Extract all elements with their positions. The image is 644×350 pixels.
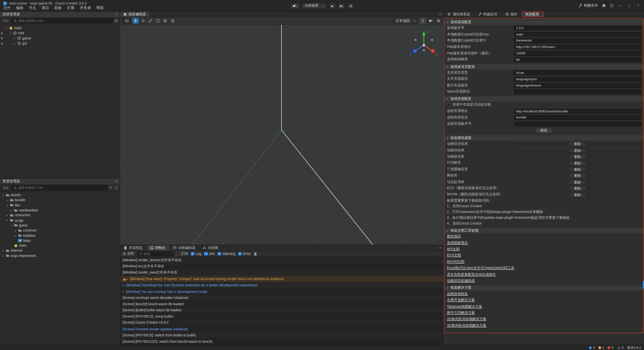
tree-row[interactable]: ▾script [0,218,120,223]
property-input[interactable]: oops [514,32,641,37]
scene-editor-tab[interactable]: 场景编辑器 [120,12,149,17]
lock-icon[interactable] [0,42,4,45]
console-filter[interactable]: ✓Warning [218,252,235,256]
tree-row[interactable]: ▸libs [0,203,120,208]
tab-build[interactable]: 构建发布 [474,12,501,17]
panel-menu-icon[interactable]: ≡ [439,13,444,16]
console-filter[interactable]: ✓Log [191,252,201,256]
section-header[interactable]: ∨游戏基础配置 [444,19,644,25]
tab-console[interactable]: 控制台 [146,245,169,250]
chevron-right-icon[interactable]: ▸ [10,209,13,211]
create-asset-button[interactable]: +▾ [2,185,10,190]
tab-service[interactable]: 服务 [501,12,521,17]
lighting-toggle-button[interactable] [420,18,426,24]
chevron-right-icon[interactable]: ▸ [13,42,16,45]
property-input[interactable]: bundle [514,115,641,120]
console-filter[interactable]: 正则 [176,251,188,256]
section-header[interactable]: ∨框架文档工具链接 [444,228,644,233]
doc-link[interactable]: ECS文档 [447,253,461,258]
status-count[interactable]: 3 [589,346,595,349]
log-row[interactable]: ▸[Window] Download the Vue Devtools exte… [120,282,444,288]
log-row[interactable]: [Scene] Forward render pipeline initiali… [120,326,444,332]
delete-button[interactable]: 删除 [569,148,586,153]
doc-link[interactable]: Excel格式转Json文件与TypeScript代码工具 [447,266,514,271]
checkbox[interactable]: ✓ [191,252,194,255]
filter-icon[interactable] [114,19,118,23]
doc-link[interactable]: 战棋游戏框架 [447,291,468,296]
save-button[interactable]: 保存 [535,128,552,133]
menu-item[interactable]: 扩展 [67,5,74,11]
help-icon[interactable] [610,4,614,8]
chevron-right-icon[interactable]: ▸ [6,199,9,201]
doc-link[interactable]: Tiledmap地图解决方案 [447,304,482,309]
package-icon[interactable] [602,4,606,8]
log-row[interactable]: [Scene] meshopt wasm decoder initialized [120,294,444,301]
chevron-right-icon[interactable]: ▸ [2,249,5,252]
property-input[interactable]: 60 [514,57,641,62]
tree-row[interactable]: ▸bundle [0,198,120,203]
doc-link[interactable]: 3D角色扮演游戏解决方案 [447,323,486,328]
delete-button[interactable]: 删除 [569,167,586,172]
property-input[interactable]: http://192.168.0.150/main/ [514,45,641,50]
log-row[interactable]: [Window] model_view文件夹不存在 [120,270,444,276]
tab-animation-editor[interactable]: 动画编辑器 [169,245,199,250]
tree-row[interactable]: ▾game [0,223,120,228]
build-publish-button[interactable]: 构建发布 [579,3,598,8]
tree-row[interactable]: main [0,243,120,248]
doc-link[interactable]: 教程项目 [447,234,461,239]
lock-icon[interactable] [0,37,4,39]
delete-button[interactable]: 删除 [569,154,586,159]
menu-item[interactable]: 开发者 [80,5,91,11]
checkbox[interactable]: ✓ [204,252,208,255]
console-filter[interactable]: ✓Info [204,252,215,256]
layout-button[interactable]: ⊞ [347,3,354,9]
delete-button[interactable]: 删除 [569,180,586,184]
console-settings-icon[interactable] [254,252,257,256]
rotate-tool-button[interactable] [140,18,146,24]
log-row[interactable]: [Scene] [bullet]:bullet wasm lib loaded. [120,307,444,313]
mode-3d-button[interactable]: 3D [122,18,131,23]
log-row[interactable]: [Window] render_texture文件夹不存在 [120,257,444,263]
menu-item[interactable]: 节点 [29,5,36,11]
property-input[interactable] [514,90,641,94]
refresh-icon[interactable] [114,186,118,190]
create-node-button[interactable]: +▾ [2,18,10,23]
doc-link[interactable]: MVVM文档 [447,259,464,265]
tree-row[interactable]: ▸resources [0,213,120,218]
scene-viewport[interactable]: Y X Z [120,25,444,245]
chevron-down-icon[interactable]: ▾ [5,27,8,29]
expander-icon[interactable]: ▸ [123,290,126,293]
log-row[interactable]: [Scene] [PHYSICS]: switch from builtin t… [120,332,444,338]
menu-item[interactable]: 帮助 [96,5,104,11]
console-filter[interactable]: ✓Error [238,252,251,256]
tree-row[interactable]: ▾root [0,31,120,36]
chevron-right-icon[interactable]: ▸ [13,37,16,39]
checkbox[interactable]: ✓ [218,252,221,255]
step-button[interactable]: ▶| [338,3,345,9]
panel-menu-icon[interactable]: ≡ [115,13,117,16]
property-input[interactable]: 10000 [514,51,641,56]
log-row[interactable]: ▸[Window] You are running Vue in develop… [120,288,444,295]
checkbox[interactable] [176,252,180,255]
tree-row[interactable]: ▸oops-framework [0,253,120,258]
section-header[interactable]: ∨框架解决方案 [444,285,644,291]
property-input[interactable]: zh,en [514,70,641,75]
chevron-right-icon[interactable]: ▸ [14,229,17,232]
status-count[interactable]: 0 [608,346,614,349]
section-header[interactable]: ∨游戏多语言配置 [444,64,644,70]
console-search-input[interactable]: 搜索 [137,251,173,256]
tree-row[interactable]: ▸gui [0,41,120,46]
property-input[interactable]: http://localhost:8083/assets/bundle [514,109,641,114]
delete-button[interactable]: 删除 [569,186,586,191]
log-row[interactable]: [Scene] [box2d]:box2d wasm lib loaded. [120,301,444,307]
status-count[interactable]: 1 [598,346,604,349]
hierarchy-search-input[interactable]: 搜索名称或 UUID [11,18,113,23]
doc-link[interactable]: 新手引导解决方案 [447,311,475,316]
chevron-down-icon[interactable]: ▾ [2,194,5,196]
tab-assets-preview[interactable]: 资源预览 [120,245,147,250]
coordinate-tool-button[interactable] [170,18,176,24]
scene-select[interactable]: 当前场景▾ [302,3,327,9]
log-row[interactable]: [Scene] Cocos Creator v3.8.2 [120,320,444,326]
lock-icon[interactable] [0,32,4,34]
section-header[interactable]: ∨游戏资源配置 [444,96,644,102]
